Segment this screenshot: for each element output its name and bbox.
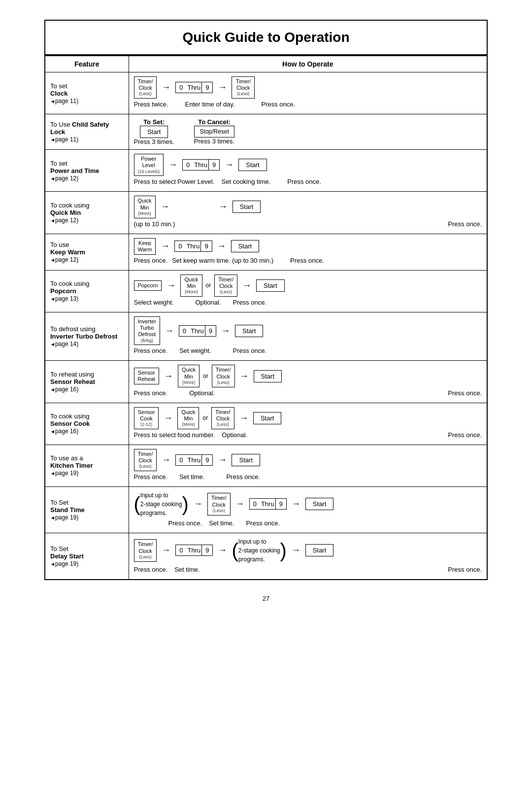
thru-label-kt: Thru bbox=[187, 454, 202, 466]
btn-quick-min[interactable]: QuickMin(More) bbox=[134, 196, 156, 218]
cook-instr-3: Press once. bbox=[448, 431, 482, 439]
feature-main-reheat: Sensor Reheat bbox=[50, 378, 95, 385]
quick-instructions: (up to 10 min.) Press once. bbox=[134, 220, 482, 228]
btn-start-inverter[interactable]: Start bbox=[235, 325, 263, 337]
feature-sensor-cook: To cook using Sensor Cook page 16) bbox=[45, 403, 129, 445]
btn-timer-clock-cook[interactable]: Timer/Clock(Less) bbox=[211, 407, 234, 429]
input-nine-stand: 9 bbox=[276, 498, 287, 510]
btn-quick-min-popcorn[interactable]: QuickMin(More) bbox=[180, 275, 202, 297]
kt-instr-1: Press once. bbox=[134, 473, 168, 481]
table-row: To set Power and Time page 12) PowerLeve… bbox=[45, 150, 487, 192]
clock-instructions: Press twice. Enter time of day. Press on… bbox=[134, 101, 482, 108]
table-row: To cook using Quick Min page 12) QuickMi… bbox=[45, 192, 487, 234]
arrow-quick: → bbox=[161, 202, 169, 212]
child-lock-sections: To Set: Start Press 3 times. To Cancel: … bbox=[134, 118, 482, 145]
to-set-label: To Set: bbox=[143, 118, 165, 126]
arrow-inverter-1: → bbox=[165, 326, 174, 336]
page-ref-stand: page 19) bbox=[50, 514, 78, 521]
input-zero-clock: 0 bbox=[175, 82, 186, 93]
cook-instr-2: Optional. bbox=[222, 431, 247, 439]
btn-popcorn[interactable]: Popcorn bbox=[134, 280, 162, 291]
child-lock-cancel: To Cancel: Stop/Reset Press 3 times. bbox=[194, 118, 234, 145]
reheat-instr-3: Press once. bbox=[448, 389, 482, 397]
page-ref-quick: page 12) bbox=[50, 217, 78, 224]
thru-label-power: Thru bbox=[193, 159, 209, 171]
thru-group-keep: 0 Thru 9 bbox=[174, 241, 212, 252]
operate-sensor-cook: SensorCook(1-12) → QuickMin(More) or Tim… bbox=[129, 403, 487, 445]
btn-start-kt[interactable]: Start bbox=[232, 454, 260, 466]
brace-open-delay: ( bbox=[232, 541, 238, 560]
arrow-delay-3: → bbox=[292, 545, 300, 555]
power-instr-2: Set cooking time. bbox=[222, 178, 271, 185]
feature-quick-min: To cook using Quick Min page 12) bbox=[45, 192, 129, 234]
btn-inverter[interactable]: InverterTurboDefrost(lb/kg) bbox=[134, 316, 160, 345]
delay-instr-3: Press once. bbox=[448, 566, 482, 573]
btn-timer-clock-stand[interactable]: Timer/Clock(Less) bbox=[207, 493, 231, 515]
btn-start-cook[interactable]: Start bbox=[253, 412, 281, 424]
btn-start-reheat[interactable]: Start bbox=[254, 370, 282, 382]
power-instructions: Press to select Power Level. Set cooking… bbox=[134, 178, 482, 185]
btn-start-quick[interactable]: Start bbox=[233, 201, 261, 213]
btn-quick-min-cook[interactable]: QuickMin(More) bbox=[177, 407, 199, 429]
page-ref-clock: page 11) bbox=[50, 98, 78, 104]
table-row: To use as a Kitchen Timer page 19) Timer… bbox=[45, 445, 487, 486]
feature-inverter: To defrost using Inverter Turbo Defrost … bbox=[45, 312, 129, 361]
btn-start-keep[interactable]: Start bbox=[231, 240, 259, 252]
page-ref-cook: page 16) bbox=[50, 428, 78, 435]
arrow-reheat-2: → bbox=[240, 371, 249, 381]
page-ref-power: page 12) bbox=[50, 175, 78, 182]
arrow-1: → bbox=[162, 82, 170, 93]
stand-instr-1: Press once. bbox=[168, 519, 202, 527]
thru-group-inverter: 0 Thru 9 bbox=[179, 325, 216, 337]
feature-main-stand: Stand Time bbox=[50, 506, 85, 514]
btn-start-childlock[interactable]: Start bbox=[140, 126, 168, 138]
table-row: To Set Delay Start page 19) Timer/Clock(… bbox=[45, 533, 487, 580]
feature-prefix-stand: To Set bbox=[50, 499, 68, 506]
arrow-power-1: → bbox=[168, 160, 177, 170]
keep-instr-1: Press once. bbox=[134, 257, 168, 264]
arrow-stand-2: → bbox=[235, 499, 244, 509]
popcorn-instr-2: Optional. bbox=[195, 299, 221, 306]
col-feature-header: Feature bbox=[45, 56, 129, 72]
cook-instructions: Press to select food number. Optional. P… bbox=[134, 431, 482, 439]
stand-instr-2: Set time. bbox=[209, 519, 234, 527]
arrow-kt-1: → bbox=[162, 455, 170, 465]
btn-start-delay[interactable]: Start bbox=[305, 544, 333, 556]
feature-sensor-reheat: To reheat using Sensor Reheat page 16) bbox=[45, 361, 129, 403]
popcorn-instr-1: Select weight. bbox=[134, 299, 174, 306]
arrow-delay-1: → bbox=[162, 545, 170, 555]
feature-kitchen-timer: To use as a Kitchen Timer page 19) bbox=[45, 445, 129, 486]
btn-power-level[interactable]: PowerLevel(10 Levels) bbox=[134, 154, 164, 176]
btn-timer-clock-kt[interactable]: Timer/Clock(Less) bbox=[134, 449, 157, 471]
feature-prefix-power: To set bbox=[50, 160, 67, 167]
btn-quick-min-reheat[interactable]: QuickMin(More) bbox=[178, 365, 200, 387]
btn-start-power[interactable]: Start bbox=[238, 159, 266, 171]
btn-keep-warm[interactable]: KeepWarm bbox=[134, 238, 156, 255]
btn-timer-clock-delay[interactable]: Timer/Clock(Less) bbox=[134, 539, 157, 561]
btn-timer-clock-1[interactable]: Timer/Clock(Less) bbox=[134, 76, 157, 99]
page-ref-reheat: page 16) bbox=[50, 386, 78, 393]
stand-instructions: Press once. Set time. Press once. bbox=[134, 519, 482, 527]
stand-instr-3: Press once. bbox=[246, 519, 280, 527]
reheat-instructions: Press once. Optional. Press once. bbox=[134, 389, 482, 397]
arrow-delay-2: → bbox=[218, 545, 227, 555]
child-lock-cancel-instr: Press 3 times. bbox=[194, 138, 234, 145]
arrow-keep-2: → bbox=[217, 241, 226, 251]
page-ref-keep: page 12) bbox=[50, 256, 78, 263]
brace-open-stand: ( bbox=[134, 494, 140, 514]
brace-close-stand: ) bbox=[182, 494, 189, 514]
btn-timer-clock-2[interactable]: Timer/Clock(Less) bbox=[232, 76, 255, 99]
operate-quick-min: QuickMin(More) → → Start (up to 10 min.)… bbox=[129, 192, 487, 234]
arrow-popcorn-2: → bbox=[242, 280, 251, 291]
feature-delay-start: To Set Delay Start page 19) bbox=[45, 533, 129, 580]
btn-timer-clock-reheat[interactable]: Timer/Clock(Less) bbox=[212, 365, 235, 387]
input-zero-inverter: 0 bbox=[179, 325, 190, 337]
input-zero-power: 0 bbox=[182, 159, 193, 171]
btn-timer-clock-popcorn[interactable]: Timer/Clock(Less) bbox=[214, 275, 237, 297]
feature-prefix-delay: To Set bbox=[50, 545, 68, 552]
btn-sensor-reheat[interactable]: SensorReheat bbox=[134, 368, 159, 384]
btn-sensor-cook[interactable]: SensorCook(1-12) bbox=[134, 407, 159, 429]
btn-start-stand[interactable]: Start bbox=[305, 498, 333, 510]
btn-start-popcorn[interactable]: Start bbox=[256, 279, 284, 292]
btn-stopreset-childlock[interactable]: Stop/Reset bbox=[194, 126, 234, 138]
